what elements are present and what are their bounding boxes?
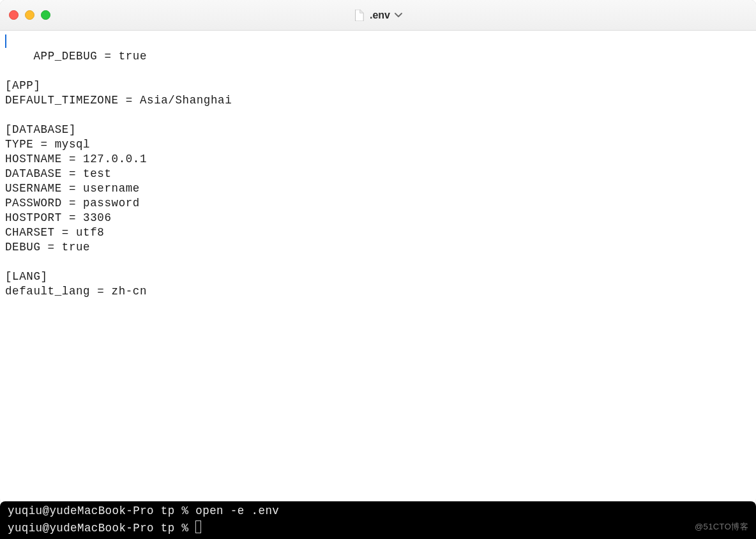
chevron-down-icon[interactable]	[394, 11, 403, 20]
text-editor-content[interactable]: APP_DEBUG = true [APP] DEFAULT_TIMEZONE …	[0, 31, 756, 317]
terminal-command-1: open -e .env	[195, 505, 279, 517]
terminal[interactable]: yuqiu@yudeMacBook-Pro tp % open -e .env …	[0, 501, 756, 539]
watermark: @51CTO博客	[695, 518, 748, 535]
terminal-prompt-1: yuqiu@yudeMacBook-Pro tp %	[8, 505, 195, 517]
text-cursor	[5, 34, 6, 48]
editor-text: APP_DEBUG = true [APP] DEFAULT_TIMEZONE …	[5, 50, 232, 298]
titlebar[interactable]: .env	[0, 0, 756, 31]
window-title: .env	[370, 10, 390, 21]
file-icon	[353, 10, 365, 21]
terminal-cursor	[195, 520, 201, 533]
minimize-window-button[interactable]	[25, 10, 34, 20]
traffic-lights	[9, 10, 50, 20]
close-window-button[interactable]	[9, 10, 19, 20]
maximize-window-button[interactable]	[41, 10, 50, 20]
editor-window: .env APP_DEBUG = true [APP] DEFAULT_TIME…	[0, 0, 756, 505]
terminal-prompt-2: yuqiu@yudeMacBook-Pro tp %	[8, 522, 195, 535]
title-center[interactable]: .env	[353, 10, 403, 21]
